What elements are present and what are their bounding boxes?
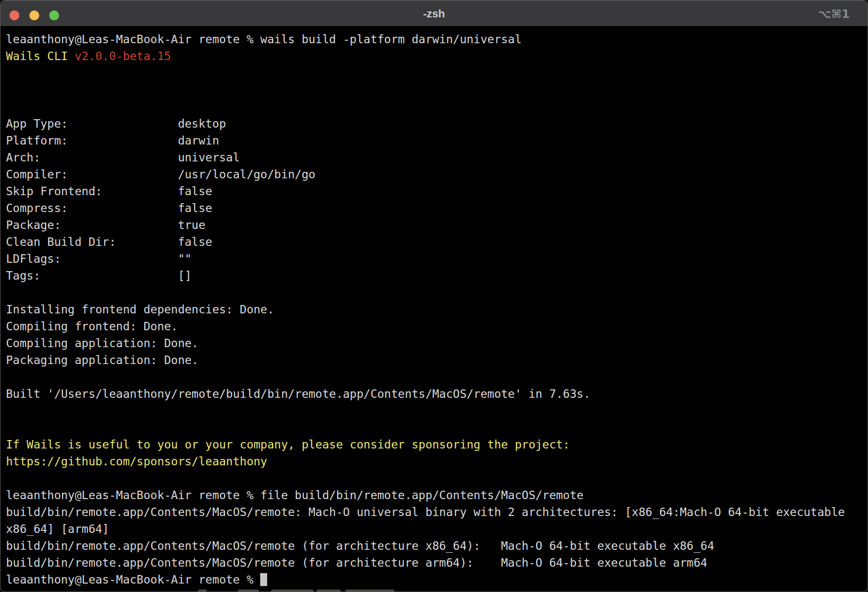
terminal-line: Built '/Users/leaanthony/remote/build/bi… [6, 385, 868, 402]
terminal-line [6, 419, 868, 436]
terminal-screen[interactable]: leaanthony@Leas-MacBook-Air remote % wai… [0, 26, 868, 588]
terminal-line [6, 470, 868, 487]
terminal-text-segment: Package: true [6, 219, 206, 231]
terminal-line [6, 284, 868, 301]
terminal-line: build/bin/remote.app/Contents/MacOS/remo… [6, 554, 868, 571]
terminal-text-segment: build/bin/remote.app/Contents/MacOS/remo… [6, 539, 714, 552]
terminal-line: Skip Frontend: false [6, 183, 868, 200]
terminal-text-segment: leaanthony@Leas-MacBook-Air remote % fil… [6, 489, 583, 502]
terminal-text-segment: Compiling frontend: Done. [6, 320, 178, 333]
terminal-line [6, 81, 868, 98]
terminal-text-segment: x86_64] [arm64] [6, 522, 109, 535]
terminal-line: leaanthony@Leas-MacBook-Air remote % [6, 571, 868, 588]
terminal-line: Compiler: /usr/local/go/bin/go [6, 166, 868, 183]
terminal-line: Compiling frontend: Done. [6, 318, 868, 335]
clipped-glyph [271, 590, 313, 592]
clipped-glyph [238, 590, 259, 592]
terminal-line [6, 369, 868, 385]
terminal-line: Compiling application: Done. [6, 335, 868, 352]
terminal-line: leaanthony@Leas-MacBook-Air remote % wai… [6, 31, 868, 48]
terminal-line: Package: true [6, 217, 868, 233]
terminal-text-segment: build/bin/remote.app/Contents/MacOS/remo… [6, 556, 707, 569]
terminal-line: build/bin/remote.app/Contents/MacOS/remo… [6, 537, 868, 554]
terminal-text-segment: Tags: [] [6, 269, 192, 282]
terminal-text-segment: Compress: false [6, 202, 212, 215]
terminal-line: If Wails is useful to you or your compan… [6, 436, 868, 453]
terminal-line: Packaging application: Done. [6, 352, 868, 369]
terminal-line [6, 402, 868, 419]
terminal-line: build/bin/remote.app/Contents/MacOS/remo… [6, 504, 868, 520]
terminal-line: Tags: [] [6, 267, 868, 284]
terminal-text-segment: Packaging application: Done. [6, 354, 199, 367]
terminal-text-segment: Built '/Users/leaanthony/remote/build/bi… [6, 387, 590, 400]
terminal-line: Compress: false [6, 200, 868, 217]
terminal-text-segment: If Wails is useful to you or your compan… [6, 438, 570, 451]
terminal-window: -zsh ⌥⌘1 leaanthony@Leas-MacBook-Air rem… [0, 0, 868, 592]
terminal-line: Clean Build Dir: false [6, 233, 868, 250]
terminal-text-segment: https://github.com/sponsors/leaanthony [6, 455, 267, 468]
terminal-line: Arch: universal [6, 149, 868, 166]
terminal-line: LDFlags: "" [6, 250, 868, 267]
text-cursor[interactable] [260, 573, 267, 586]
terminal-text-segment: Wails CLI [6, 50, 74, 63]
tab-shortcut-badge: ⌥⌘1 [818, 0, 850, 26]
terminal-line [6, 65, 868, 81]
terminal-line [6, 98, 868, 115]
terminal-text-segment: App Type: desktop [6, 117, 226, 130]
terminal-text-segment: build/bin/remote.app/Contents/MacOS/remo… [6, 506, 845, 518]
terminal-text-segment: Clean Build Dir: false [6, 235, 212, 248]
terminal-text-segment: leaanthony@Leas-MacBook-Air remote % wai… [6, 33, 522, 46]
clipped-glyph [198, 590, 207, 592]
window-title: -zsh [0, 0, 868, 26]
terminal-line: Installing frontend dependencies: Done. [6, 301, 868, 318]
terminal-line: x86_64] [arm64] [6, 520, 868, 537]
terminal-line: https://github.com/sponsors/leaanthony [6, 453, 868, 470]
clipped-glyph [317, 590, 341, 592]
terminal-text-segment: LDFlags: "" [6, 252, 192, 265]
terminal-text-segment: leaanthony@Leas-MacBook-Air remote % [6, 573, 260, 586]
terminal-line: leaanthony@Leas-MacBook-Air remote % fil… [6, 487, 868, 504]
clipped-background-content [0, 589, 868, 592]
terminal-text-segment: Compiling application: Done. [6, 337, 199, 350]
terminal-line: Wails CLI v2.0.0-beta.15 [6, 48, 868, 65]
window-titlebar[interactable]: -zsh ⌥⌘1 [0, 0, 868, 26]
terminal-text-segment: Installing frontend dependencies: Done. [6, 303, 274, 316]
clipped-glyph [346, 590, 394, 592]
terminal-text-segment: v2.0.0-beta.15 [74, 50, 171, 63]
terminal-text-segment: Skip Frontend: false [6, 185, 212, 198]
terminal-text-segment: Arch: universal [6, 151, 240, 164]
terminal-text-segment: Platform: darwin [6, 134, 219, 147]
terminal-line: App Type: desktop [6, 115, 868, 132]
terminal-line: Platform: darwin [6, 132, 868, 149]
terminal-text-segment: Compiler: /usr/local/go/bin/go [6, 168, 315, 181]
